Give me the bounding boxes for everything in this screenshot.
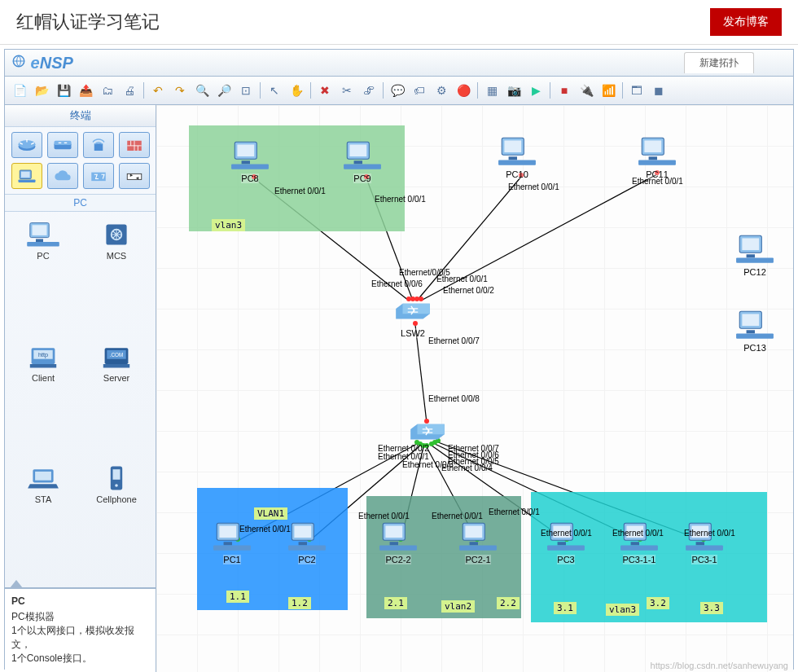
- device-cellphone[interactable]: Cellphone: [81, 462, 151, 581]
- svg-rect-72: [294, 525, 311, 538]
- toolbar-layer[interactable]: ◼: [649, 81, 669, 100]
- toolbar-undo[interactable]: ↶: [148, 81, 168, 100]
- node-pc2-2[interactable]: PC2-2: [378, 519, 419, 564]
- toolbar-zoom-in[interactable]: 🔍: [192, 81, 212, 100]
- svg-rect-86: [547, 545, 585, 550]
- node-pc12[interactable]: PC12: [734, 231, 775, 277]
- vlan-label: VLAN1: [254, 507, 287, 520]
- port-label: Ethernet 0/0/1: [489, 507, 540, 516]
- vlan-label: vlan3: [606, 604, 639, 616]
- node-pc8[interactable]: PC8: [230, 138, 270, 183]
- toolbar-stop[interactable]: ■: [555, 81, 574, 100]
- svg-rect-82: [459, 545, 497, 550]
- node-pc2-1[interactable]: PC2-1: [458, 519, 498, 564]
- svg-rect-78: [379, 545, 417, 550]
- topology-canvas[interactable]: https://blog.csdn.net/sanhewuyang vlan3V…: [156, 105, 793, 672]
- svg-rect-89: [631, 542, 639, 545]
- svg-rect-13: [33, 225, 47, 235]
- device-server[interactable]: .COMServer: [81, 340, 151, 459]
- node-pc3[interactable]: PC3: [546, 519, 586, 564]
- svg-rect-74: [288, 545, 326, 550]
- toolbar-file-new[interactable]: 📄: [10, 81, 29, 100]
- info-line2: 1个以太网接口，模拟收发报文，: [11, 624, 149, 652]
- globe-icon: [11, 54, 26, 68]
- tab-new-topo[interactable]: 新建拓扑: [684, 52, 754, 73]
- node-lsw2[interactable]: LSW2: [392, 292, 433, 338]
- ip-label: 2.2: [497, 597, 520, 609]
- toolbar-print[interactable]: 🖨: [120, 81, 139, 100]
- svg-rect-57: [649, 156, 657, 160]
- toolbar-file-open[interactable]: 📂: [32, 81, 51, 100]
- toolbar-hand[interactable]: ✋: [287, 81, 306, 100]
- toolbar-start[interactable]: ▶: [526, 81, 546, 100]
- toolbar-arrange[interactable]: 📶: [598, 81, 618, 100]
- category-pc[interactable]: [11, 163, 42, 189]
- sidebar-title: 终端: [5, 105, 156, 127]
- publish-button[interactable]: 发布博客: [710, 8, 782, 36]
- svg-rect-45: [242, 160, 250, 164]
- category-wlan[interactable]: [83, 132, 114, 158]
- device-mcs[interactable]: MCS: [81, 218, 151, 337]
- port-label: Ethernet 0/0/1: [632, 177, 683, 186]
- device-pc[interactable]: PC: [8, 218, 78, 337]
- toolbar-tag[interactable]: 🏷: [410, 81, 429, 100]
- tab-bar: 新建拓扑: [73, 52, 787, 73]
- toolbar-zoom-fit[interactable]: ⊡: [236, 81, 256, 100]
- svg-rect-46: [231, 164, 269, 169]
- toolbar-options[interactable]: 🗔: [627, 81, 647, 100]
- svg-rect-25: [103, 364, 129, 368]
- svg-rect-80: [465, 525, 482, 538]
- node-pc10[interactable]: PC10: [497, 134, 537, 179]
- category-router[interactable]: [11, 132, 42, 158]
- sidebar: 终端 PC PCMCShttpClient.COMServerSTACellph…: [5, 105, 156, 672]
- svg-rect-8: [21, 172, 30, 178]
- toolbar-record[interactable]: 🔴: [454, 81, 473, 100]
- toolbar-pointer[interactable]: ↖: [265, 81, 284, 100]
- node-pc11[interactable]: PC11: [637, 134, 677, 179]
- port-label: Ethernet 0/0/1: [239, 525, 291, 534]
- page-header: 红帽认证学习笔记 发布博客: [0, 0, 798, 45]
- svg-rect-64: [742, 314, 759, 326]
- toolbar-folder-up[interactable]: 📤: [76, 81, 95, 100]
- toolbar-file-save[interactable]: 💾: [54, 81, 73, 100]
- svg-text:http: http: [38, 351, 48, 358]
- toolbar: 📄📂💾📤🗂🖨↶↷🔍🔎⊡↖✋✖✂🖇💬🏷⚙🔴▦📷▶■🔌📶🗔◼: [5, 77, 793, 105]
- toolbar-redo[interactable]: ↷: [170, 81, 190, 100]
- toolbar-link[interactable]: 🖇: [359, 81, 379, 100]
- toolbar-save-all[interactable]: 🗂: [98, 81, 117, 100]
- svg-rect-90: [620, 545, 658, 550]
- toolbar-delete[interactable]: ✖: [315, 81, 335, 100]
- port-label: Ethernet 0/0/1: [274, 187, 326, 195]
- node-pc13[interactable]: PC13: [734, 307, 775, 353]
- port-label: Ethernet 0/0/1: [375, 195, 426, 204]
- svg-text:.COM: .COM: [110, 352, 123, 358]
- toolbar-play-cfg[interactable]: ⚙: [432, 81, 451, 100]
- category-firewall[interactable]: [119, 132, 150, 158]
- toolbar-text[interactable]: 💬: [388, 81, 407, 100]
- app-logo: eNSP: [11, 54, 73, 72]
- device-sta[interactable]: STA: [8, 462, 78, 581]
- category-hub[interactable]: [119, 163, 150, 189]
- category-framerelay[interactable]: [83, 163, 114, 189]
- svg-rect-73: [299, 542, 307, 545]
- toolbar-zoom-out[interactable]: 🔎: [214, 81, 234, 100]
- svg-rect-5: [94, 143, 103, 151]
- port-label: Ethernet 0/0/7: [428, 336, 480, 345]
- category-cloud[interactable]: [47, 163, 78, 189]
- device-client[interactable]: httpClient: [8, 340, 78, 459]
- node-pc9[interactable]: PC9: [342, 138, 383, 183]
- port-label: Ethernet 0/0/1: [612, 529, 664, 538]
- node-pc3-1[interactable]: PC3-1: [684, 519, 725, 564]
- toolbar-grid[interactable]: ▦: [482, 81, 502, 100]
- svg-rect-50: [344, 164, 381, 169]
- port-label: Ethernet 0/0/1: [541, 529, 592, 538]
- toolbar-cut[interactable]: ✂: [337, 81, 357, 100]
- port-label: Ethernet 0/0/2: [443, 286, 494, 295]
- toolbar-power[interactable]: 🔌: [577, 81, 596, 100]
- toolbar-capture[interactable]: 📷: [504, 81, 524, 100]
- svg-rect-54: [498, 160, 536, 165]
- device-info-panel: PC PC模拟器 1个以太网接口，模拟收发报文， 1个Console接口。: [5, 587, 156, 672]
- category-switch[interactable]: [47, 132, 78, 158]
- node-pc2[interactable]: PC2: [287, 519, 327, 564]
- node-pc3-1-1[interactable]: PC3-1-1: [619, 519, 660, 564]
